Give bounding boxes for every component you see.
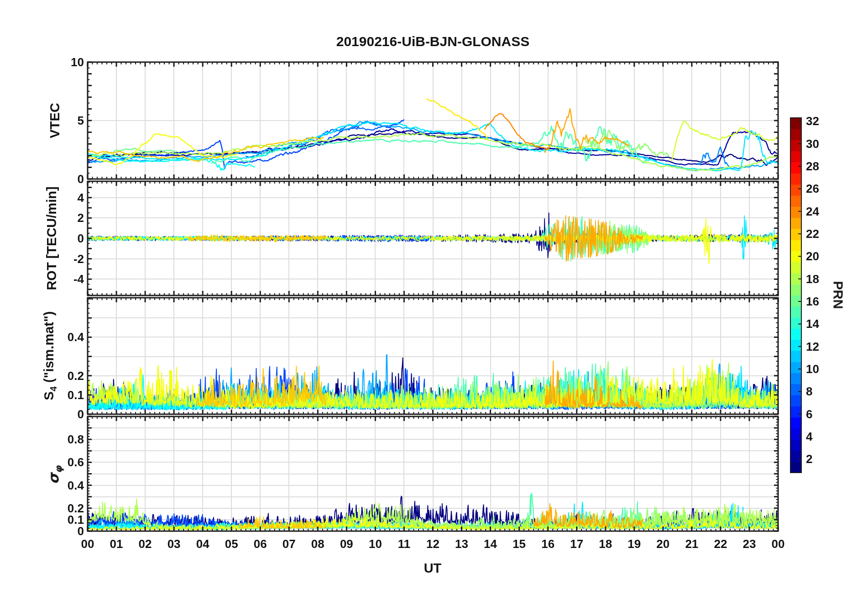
y-tick-label-s4: 0.4 — [68, 330, 84, 344]
ylabel-rot: ROT [TECU/min] — [44, 186, 59, 290]
x-tick-label: 19 — [627, 537, 641, 551]
colorbar-tick-label: 22 — [806, 227, 819, 241]
colorbar-tick-label: 8 — [806, 385, 812, 399]
colorbar-tick-label: 4 — [806, 430, 812, 444]
y-tick-label-sigma_phi: 0.8 — [68, 432, 84, 447]
x-tick-label: 18 — [599, 537, 612, 551]
xlabel-ut: UT — [424, 561, 442, 576]
colorbar-tick-label: 12 — [806, 339, 819, 353]
y-tick-label-vtec: 0 — [78, 172, 84, 186]
ylabel-sigma-sub: φ — [53, 466, 64, 474]
x-tick-label: 14 — [484, 537, 497, 551]
x-tick-label: 09 — [340, 537, 353, 551]
y-tick-label-rot: 0 — [78, 232, 84, 246]
ylabel-sigma-phi: σφ — [45, 466, 64, 485]
x-tick-label: 00 — [772, 537, 785, 551]
x-tick-label: 00 — [81, 537, 94, 551]
colorbar-tick-label: 32 — [806, 114, 819, 128]
x-tick-label: 21 — [685, 537, 698, 551]
x-tick-label: 16 — [541, 537, 554, 551]
ylabel-s4-sub: 4 — [48, 386, 58, 391]
x-tick-label: 03 — [167, 537, 181, 551]
colorbar-tick-label: 2 — [806, 452, 812, 466]
x-tick-label: 11 — [398, 537, 411, 551]
colorbar-tick-label: 6 — [806, 407, 812, 421]
colorbar-tick-label: 18 — [806, 272, 819, 286]
colorbar-label-prn: PRN — [831, 281, 846, 309]
x-tick-label: 20 — [656, 537, 669, 551]
y-tick-label-rot: -2 — [73, 252, 84, 266]
colorbar-tick-label: 26 — [806, 182, 819, 196]
y-tick-label-rot: 4 — [78, 190, 84, 205]
plot-canvas — [0, 0, 868, 590]
y-tick-label-s4: 0.1 — [68, 388, 84, 402]
x-tick-label: 12 — [426, 537, 439, 551]
x-tick-label: 02 — [139, 537, 152, 551]
x-tick-label: 22 — [714, 537, 727, 551]
colorbar-tick-label: 10 — [806, 362, 819, 376]
ylabel-vtec: VTEC — [47, 103, 63, 138]
colorbar-tick-label: 28 — [806, 159, 819, 174]
colorbar-tick-label: 16 — [806, 295, 819, 309]
x-tick-label: 15 — [512, 537, 526, 551]
chart-title: 20190216-UiB-BJN-GLONASS — [88, 34, 778, 49]
ylabel-s4-rest: ("ism.mat") — [42, 311, 56, 386]
y-tick-label-s4: 0 — [78, 407, 84, 421]
x-tick-label: 08 — [311, 537, 324, 551]
y-tick-label-vtec: 5 — [78, 114, 84, 128]
y-tick-label-sigma_phi: 0.4 — [68, 478, 84, 492]
ylabel-s4: S4 ("ism.mat") — [42, 311, 59, 400]
x-tick-label: 23 — [743, 537, 756, 551]
y-tick-label-vtec: 10 — [71, 55, 84, 69]
ylabel-s4-main: S — [42, 391, 56, 400]
x-tick-label: 07 — [282, 537, 296, 551]
x-tick-label: 10 — [369, 537, 382, 551]
colorbar-tick-label: 24 — [806, 204, 819, 218]
y-tick-label-rot: 2 — [78, 211, 84, 225]
x-tick-label: 06 — [254, 537, 267, 551]
y-tick-label-rot: -4 — [73, 272, 84, 286]
y-tick-label-sigma_phi: 0.6 — [68, 455, 84, 469]
y-tick-label-sigma_phi: 0.2 — [68, 501, 84, 515]
x-tick-label: 13 — [455, 537, 468, 551]
figure: 20190216-UiB-BJN-GLONASS VTEC ROT [TECU/… — [0, 0, 868, 590]
y-tick-label-s4: 0.2 — [68, 369, 84, 383]
x-tick-label: 17 — [570, 537, 583, 551]
colorbar-tick-label: 20 — [806, 249, 819, 263]
colorbar-tick-label: 14 — [806, 317, 819, 331]
ylabel-sigma-main: σ — [45, 473, 62, 484]
x-tick-label: 05 — [225, 537, 238, 551]
colorbar-tick-label: 30 — [806, 137, 819, 151]
x-tick-label: 01 — [110, 537, 123, 551]
x-tick-label: 04 — [196, 537, 209, 551]
